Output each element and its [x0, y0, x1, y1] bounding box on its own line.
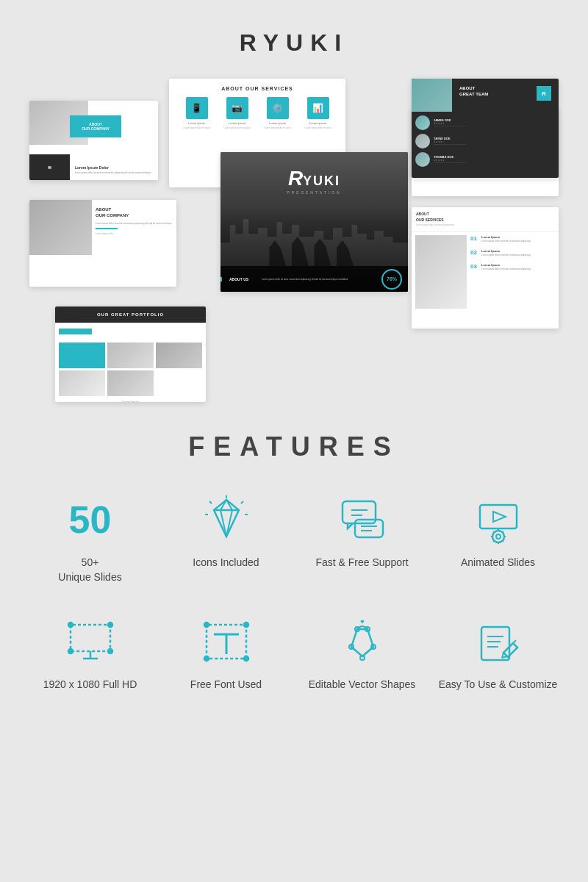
- page-title: RYUKI: [240, 29, 348, 57]
- service-desc-1: Lorem ipsum dolor sit amet: [182, 127, 212, 130]
- service-item-body-3: Lorem ipsum dolor sit amet consectetur a…: [481, 268, 531, 271]
- slide3-logo: RYUKI PRESENTATION: [287, 167, 341, 195]
- slide-thumb-4[interactable]: ABOUTOUR COMPANY Lorem ipsum dolor sit a…: [29, 200, 176, 287]
- feature-label-fullhd: 1920 x 1080 Full HD: [43, 678, 137, 692]
- feature-icon-edit: [470, 614, 526, 669]
- member1-body: Lorem ipsum dolor sit amet consectetur: [434, 125, 466, 127]
- svg-point-31: [108, 623, 112, 627]
- slide-thumb-3[interactable]: RYUKI PRESENTATION ABOUT US Lorem ipsum …: [220, 152, 408, 292]
- svg-line-28: [502, 531, 503, 532]
- service-num-1: 01: [470, 235, 479, 243]
- svg-point-39: [204, 656, 209, 661]
- svg-line-25: [493, 531, 494, 532]
- svg-point-40: [244, 656, 248, 661]
- portfolio-item-3: [156, 343, 202, 368]
- brand-subtitle: PRESENTATION: [287, 190, 341, 195]
- feature-fast-support: Fast & Free Support: [301, 492, 423, 584]
- feature-label-easy: Easy To Use & Customize: [439, 678, 558, 692]
- svg-line-7: [241, 501, 243, 503]
- slide4-img: [29, 200, 92, 255]
- features-title: FEATURES: [188, 431, 399, 462]
- svg-line-55: [513, 640, 516, 643]
- slide3-lorem: Lorem ipsum dolor sit amet consectetur a…: [256, 278, 381, 281]
- service-label-2: Lorem ipsum: [229, 121, 245, 125]
- building-icon: 🏢: [48, 165, 51, 169]
- svg-line-5: [226, 510, 232, 537]
- slide-thumb-1[interactable]: ABOUTOUR COMPANY 🏢 Lorem Ipsum Dolor Lor…: [29, 101, 158, 180]
- svg-line-9: [209, 501, 212, 503]
- slide2-icons-row: 📱 Lorem ipsum Lorem ipsum dolor sit amet…: [169, 97, 345, 130]
- member3-avatar: [415, 152, 430, 167]
- feature-label-support: Fast & Free Support: [315, 556, 408, 570]
- service-item-title-1: Lorem Ipsum: [481, 235, 531, 239]
- team-member-3: THOMAS DOE ★★★★★ Lorem ipsum dolor sit a…: [415, 152, 555, 167]
- svg-rect-17: [480, 505, 517, 528]
- slide6-top: ABOUTGREAT TEAM R: [412, 79, 559, 112]
- service-item-title-2: Lorem Ipsum: [481, 249, 531, 253]
- portfolio-item-5: [107, 370, 154, 396]
- slide8-plant-img: [415, 235, 467, 309]
- service-num-3: 03: [470, 263, 479, 271]
- service-numbered-2: 02 Lorem Ipsum Lorem ipsum dolor sit ame…: [470, 249, 555, 257]
- svg-point-33: [108, 649, 112, 653]
- slides-number: 50: [69, 501, 112, 539]
- member3-info: THOMAS DOE ★★★★★ Lorem ipsum dolor sit a…: [434, 155, 466, 164]
- service-desc-3: Lorem ipsum dolor sit amet: [263, 127, 293, 130]
- svg-point-37: [204, 623, 209, 627]
- service-item-4: 📊 Lorem ipsum Lorem ipsum dolor sit amet: [304, 97, 333, 130]
- svg-line-50: [362, 620, 364, 622]
- service-icon-2: 📷: [226, 97, 248, 119]
- feature-label-icons: Icons Included: [193, 556, 259, 570]
- svg-point-20: [496, 534, 501, 539]
- service-item-2: 📷 Lorem ipsum Lorem ipsum dolor sit amet: [223, 97, 252, 130]
- brand-r-letter: R: [288, 167, 303, 190]
- svg-point-38: [244, 623, 248, 627]
- slides-preview-area: ABOUTOUR COMPANY 🏢 Lorem Ipsum Dolor Lor…: [29, 79, 559, 395]
- features-row-2: 1920 x 1080 Full HD Free Font Used: [29, 614, 559, 692]
- slide4-content: ABOUTOUR COMPANY Lorem ipsum dolor sit a…: [96, 207, 173, 235]
- feature-label-font: Free Font Used: [190, 678, 262, 692]
- member2-info: TAYNE DOE ★★★★☆ Lorem ipsum dolor sit am…: [434, 137, 466, 146]
- slide8-header: ABOUT OUR SERVICES Lorem ipsum dolor sit…: [412, 207, 559, 232]
- slide-thumb-7[interactable]: OUR GREAT PORTFOLIO Lorem Ipsum: [55, 306, 206, 402]
- feature-icon-slides: 50: [62, 492, 118, 547]
- feature-fullhd: 1920 x 1080 Full HD: [29, 614, 151, 692]
- svg-line-27: [493, 540, 494, 541]
- feature-animated: Animated Slides: [437, 492, 559, 584]
- service-label-4: Lorem ipsum: [309, 121, 326, 125]
- slide3-about-tab: ABOUT US: [220, 277, 256, 282]
- slide-text-area: Lorem Ipsum Dolor Lorem ipsum dolor sit …: [75, 165, 154, 174]
- slide6-r-box: R: [537, 86, 551, 101]
- slide-dark-box: 🏢: [29, 154, 70, 180]
- feature-icon-monitor: [62, 614, 118, 669]
- feature-label-slides: 50+Unique Slides: [58, 556, 121, 584]
- service-item-body-2: Lorem ipsum dolor sit amet consectetur a…: [481, 254, 531, 257]
- slide-teal-box: ABOUTOUR COMPANY: [70, 115, 121, 137]
- slide7-header: OUR GREAT PORTFOLIO: [55, 306, 206, 323]
- member2-avatar: [415, 134, 430, 148]
- slide-thumb-8[interactable]: ABOUT OUR SERVICES Lorem ipsum dolor sit…: [412, 207, 559, 329]
- svg-point-43: [360, 656, 365, 660]
- slide8-content: 01 Lorem Ipsum Lorem ipsum dolor sit ame…: [412, 232, 559, 312]
- svg-marker-18: [493, 512, 506, 522]
- feature-label-animated: Animated Slides: [461, 556, 535, 570]
- service-desc-2: Lorem ipsum dolor sit amet: [223, 127, 252, 130]
- slide4-body2: Lorem ipsum dolor: [96, 232, 173, 235]
- slide7-portfolio-grid: Lorem Ipsum: [55, 339, 206, 402]
- slide4-body: Lorem ipsum dolor sit amet consectetur a…: [96, 222, 173, 225]
- feature-label-vector: Editable Vector Shapes: [309, 678, 416, 692]
- team-member-2: TAYNE DOE ★★★★☆ Lorem ipsum dolor sit am…: [415, 134, 555, 148]
- slide6-photo: [412, 79, 452, 112]
- feature-icon-vector: [334, 614, 390, 669]
- service-item-body-1: Lorem ipsum dolor sit amet consectetur a…: [481, 240, 531, 243]
- portfolio-item-4: [59, 370, 105, 396]
- member3-body: Lorem ipsum dolor sit amet consectetur: [434, 162, 466, 164]
- slide-thumb-6[interactable]: ABOUTGREAT TEAM R JAMES DOE ★★★★★ Lorem …: [412, 79, 559, 178]
- brand-name: YUKI: [303, 173, 340, 188]
- service-numbered-1: 01 Lorem Ipsum Lorem ipsum dolor sit ame…: [470, 235, 555, 243]
- slide4-divider: [96, 228, 118, 229]
- service-text-3: Lorem Ipsum Lorem ipsum dolor sit amet c…: [481, 263, 531, 271]
- member1-avatar: [415, 115, 430, 130]
- slide3-percent: 76%: [381, 269, 402, 290]
- feature-free-font: Free Font Used: [165, 614, 287, 692]
